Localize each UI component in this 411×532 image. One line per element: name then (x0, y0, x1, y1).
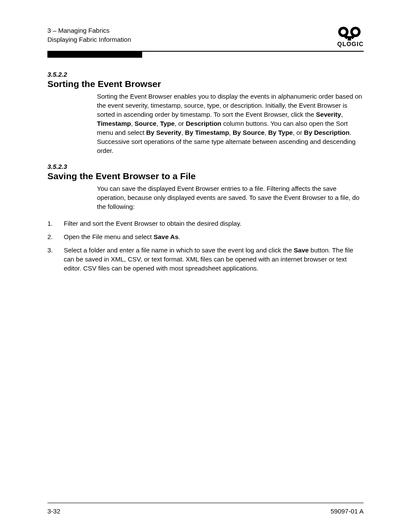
content-area: 3.5.2.2 Sorting the Event Browser Sortin… (47, 71, 364, 503)
footer-doc-id: 59097-01 A (330, 507, 364, 515)
section-number: 3.5.2.3 (47, 163, 364, 170)
section-heading: Sorting the Event Browser (47, 79, 364, 89)
step-item: Open the File menu and select Save As. (47, 232, 364, 241)
page-footer: 3-32 59097-01 A (47, 503, 364, 515)
section-body: You can save the displayed Event Browser… (97, 184, 364, 211)
section-3-5-2-2: 3.5.2.2 Sorting the Event Browser Sortin… (47, 71, 364, 155)
section-3-5-2-3: 3.5.2.3 Saving the Event Browser to a Fi… (47, 163, 364, 273)
chapter-line: 3 – Managing Fabrics (47, 26, 131, 35)
brand-block: QLOGIC (337, 26, 364, 47)
header-text: 3 – Managing Fabrics Displaying Fabric I… (47, 26, 131, 44)
step-item: Filter and sort the Event Browser to obt… (47, 219, 364, 228)
brand-name: QLOGIC (337, 40, 364, 47)
page-header: 3 – Managing Fabrics Displaying Fabric I… (47, 26, 364, 47)
section-number: 3.5.2.2 (47, 71, 364, 78)
section-heading: Saving the Event Browser to a File (47, 171, 364, 181)
footer-page-number: 3-32 (47, 507, 60, 515)
section-body: Sorting the Event Browser enables you to… (97, 92, 364, 155)
step-item: Select a folder and enter a file name in… (47, 246, 364, 273)
steps-list: Filter and sort the Event Browser to obt… (47, 219, 364, 273)
page: 3 – Managing Fabrics Displaying Fabric I… (0, 0, 411, 532)
header-black-bar (47, 52, 142, 58)
section-line: Displaying Fabric Information (47, 35, 131, 44)
qlogic-logo-icon (337, 26, 361, 41)
